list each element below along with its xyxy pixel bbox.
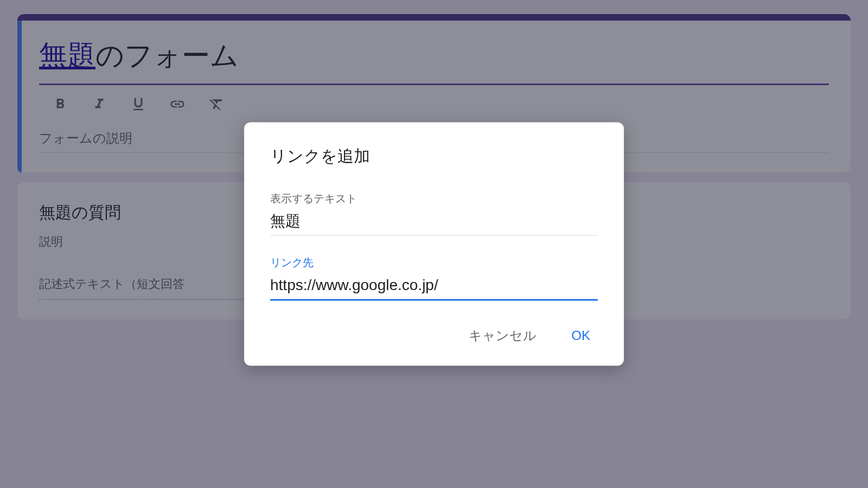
add-link-dialog: リンクを追加 表示するテキスト リンク先 キャンセル OK [244,123,624,366]
dialog-actions: キャンセル OK [270,323,598,349]
url-label: リンク先 [270,255,598,270]
display-text-input[interactable] [270,213,598,236]
url-field-group: リンク先 [270,255,598,301]
ok-button[interactable]: OK [564,324,598,348]
display-text-label: 表示するテキスト [270,191,598,206]
cancel-button[interactable]: キャンセル [461,323,544,349]
url-input[interactable] [270,277,598,301]
display-text-field-group: 表示するテキスト [270,191,598,236]
dialog-title: リンクを追加 [270,145,598,168]
